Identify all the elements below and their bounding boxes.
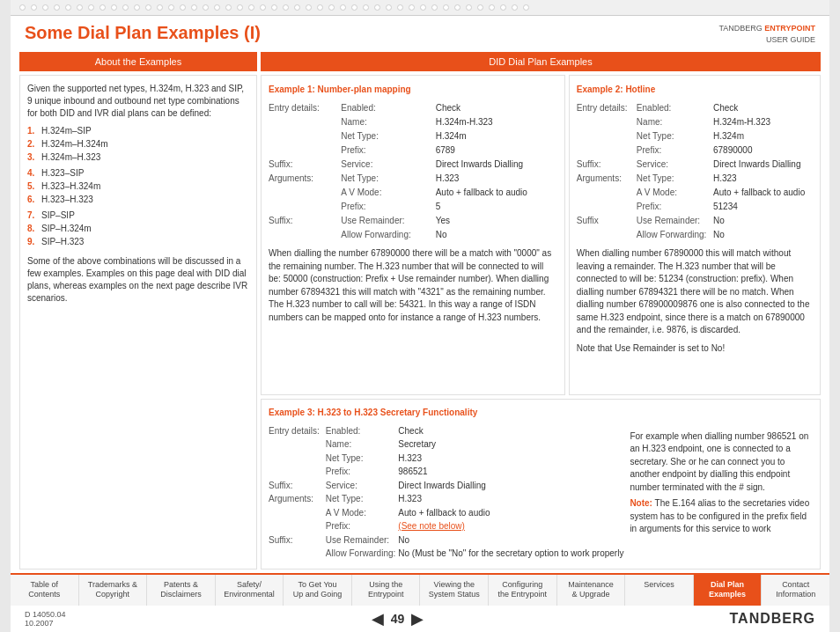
nav-trademarks[interactable]: Trademarks &Copyright [79,575,148,606]
arguments-label: Arguments: [269,172,337,214]
footer-nav: Table ofContents Trademarks &Copyright P… [11,575,829,606]
tandberg-logo: TANDBERG [730,611,815,627]
example2-table: Entry details: Enabled: Check Name: H.32… [577,101,813,242]
page-title: Some Dial Plan Examples (I) [25,23,261,43]
example2-note: Note that Use Remainder is set to No! [577,342,813,356]
right-panel: Example 1: Number-plan mapping Entry det… [261,75,821,569]
nav-viewing[interactable]: Viewing theSystem Status [420,575,489,606]
nav-get-started[interactable]: To Get YouUp and Going [284,575,352,606]
page-number: 49 [391,612,405,626]
brand-name: TANDBERG [718,24,762,33]
example3-note: Note: The E.164 alias to the secretaries… [630,497,813,536]
left-footer-text: Some of the above combinations will be d… [27,255,249,305]
note-text: The E.164 alias to the secretaries video… [630,498,809,533]
footer-bottom: D 14050.04 10.2007 ◀ 49 ▶ TANDBERG [11,606,829,632]
example2-description: When dialling number 67890000 this will … [577,247,813,337]
section-header-about: About the Examples [19,52,257,71]
nav-services[interactable]: Services [625,575,694,606]
example1-box: Example 1: Number-plan mapping Entry det… [261,75,565,395]
example1-table: Entry details: Enabled: Check Name: H.32… [269,101,557,242]
example2-title: Example 2: Hotline [577,83,813,96]
product-name: ENTRYPOINT [764,24,815,33]
nav-contact[interactable]: ContactInformation [762,575,829,606]
example3-title: Example 3: H.323 to H.323 Secretary Func… [269,407,813,420]
left-panel: Given the supported net types, H.324m, H… [19,75,257,569]
prev-page-arrow[interactable]: ◀ [372,609,384,628]
example1-title: Example 1: Number-plan mapping [269,83,557,96]
nav-safety[interactable]: Safety/Environmental [216,575,284,606]
intro-text: Given the supported net types, H.324m, H… [27,83,249,120]
nav-patents[interactable]: Patents &Disclaimers [147,575,216,606]
example3-description: For example when dialling number 986521 … [630,430,813,495]
section-header-did: DID Dial Plan Examples [261,52,821,71]
brand-info: TANDBERG ENTRYPOINT USER GUIDE [718,23,815,45]
guide-label: USER GUIDE [766,35,815,44]
note-label: Note: [630,498,652,508]
footer: Table ofContents Trademarks &Copyright P… [11,573,829,632]
right-top-row: Example 1: Number-plan mapping Entry det… [261,75,821,395]
nav-table-of-contents[interactable]: Table ofContents [11,575,79,606]
section-headers: About the Examples DID Dial Plan Example… [19,52,821,71]
page-navigation: ◀ 49 ▶ [372,609,424,628]
example2-box: Example 2: Hotline Entry details: Enable… [569,75,821,395]
see-note-link[interactable]: (See note below) [398,521,465,531]
nav-dial-plan[interactable]: Dial PlanExamples [694,575,763,606]
entry-details-label: Entry details: [269,101,337,158]
example3-content: Entry details: Enabled: Check Name: Secr… [269,425,813,562]
suffix-label: Suffix: [269,158,337,172]
combination-list: 1.H.324m–SIP 2.H.324m–H.324m 3.H.324m–H.… [27,125,249,248]
perforation-border [11,0,829,16]
example1-description: When dialling the number 67890000 there … [269,247,557,324]
nav-configuring[interactable]: Configuringthe Entrypoint [489,575,557,606]
doc-number: D 14050.04 10.2007 [25,610,66,628]
nav-using[interactable]: Using theEntrypoint [352,575,421,606]
next-page-arrow[interactable]: ▶ [411,609,424,628]
example3-box: Example 3: H.323 to H.323 Secretary Func… [261,399,821,570]
nav-maintenance[interactable]: Maintenance& Upgrade [557,575,626,606]
main-content: Given the supported net types, H.324m, H… [19,75,821,569]
page-header: Some Dial Plan Examples (I) TANDBERG ENT… [11,16,829,48]
